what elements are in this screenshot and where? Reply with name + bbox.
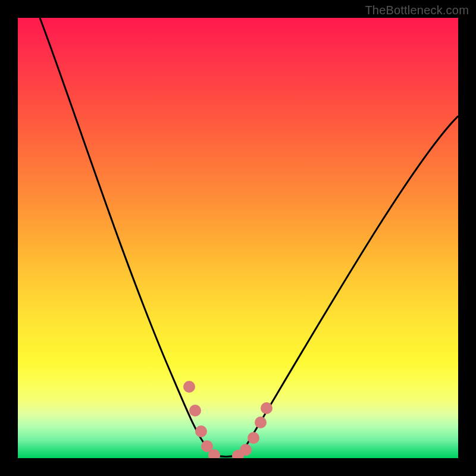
watermark-text: TheBottleneck.com <box>365 4 469 17</box>
curve-marker <box>195 425 207 437</box>
plot-area <box>18 18 458 458</box>
chart-frame: TheBottleneck.com <box>0 0 476 476</box>
curve-marker <box>240 444 252 456</box>
curve-marker <box>189 405 201 416</box>
curve-marker <box>255 416 267 428</box>
bottleneck-curve-svg <box>18 18 458 458</box>
marker-group <box>183 381 273 458</box>
bottleneck-curve <box>40 18 458 457</box>
curve-marker <box>183 381 195 393</box>
curve-marker <box>248 432 259 444</box>
curve-marker <box>261 402 273 414</box>
